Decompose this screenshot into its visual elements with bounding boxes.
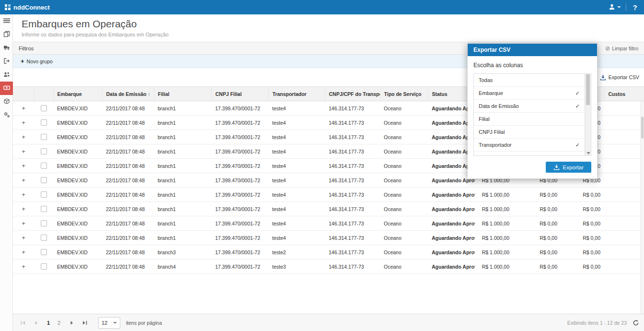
column-header[interactable]: Tipo de Serviço (380, 87, 428, 101)
table-cell: 146.314.177-73 (325, 101, 380, 116)
column-header[interactable]: CNPJ Filial (211, 87, 268, 101)
table-cell: EMBDEV.XID (53, 216, 102, 231)
row-checkbox[interactable] (41, 206, 47, 212)
row-checkbox[interactable] (41, 163, 47, 169)
row-expand-icon[interactable]: + (22, 162, 25, 169)
row-checkbox[interactable] (41, 235, 47, 241)
page-number[interactable]: 2 (54, 318, 64, 328)
table-row[interactable]: +EMBDEV.XID22/11/2017 08:48branch117.399… (13, 216, 644, 231)
table-cell: Oceano (380, 231, 428, 245)
table-row[interactable]: +EMBDEV.XID22/11/2017 08:48branch317.399… (13, 245, 644, 260)
vertical-scrollbar[interactable] (640, 101, 644, 314)
table-cell: teste4 (268, 159, 325, 173)
row-checkbox[interactable] (41, 263, 47, 270)
modal-column-option[interactable]: Embarque✓ (474, 87, 585, 100)
plus-icon: + (21, 58, 24, 65)
row-expand-icon[interactable]: + (22, 119, 25, 126)
sidebar-item-truck[interactable] (0, 41, 13, 55)
table-cell: 146.314.177-73 (325, 202, 380, 216)
option-label: Embarque (479, 90, 503, 96)
sidebar-item-billing[interactable] (0, 82, 13, 95)
column-header[interactable]: Filial (154, 87, 211, 101)
table-cell: 17.399.470/0001-72 (211, 101, 268, 116)
sidebar-item-users[interactable] (0, 68, 13, 82)
help-button[interactable]: ? (631, 3, 639, 12)
table-cell: 146.314.177-73 (325, 144, 380, 159)
table-row[interactable]: +EMBDEV.XID22/11/2017 08:48branch417.399… (13, 260, 644, 274)
column-header[interactable]: Data de Emissão↑ (102, 87, 154, 101)
modal-column-option[interactable]: Transportador✓ (474, 139, 585, 152)
row-expand-icon[interactable]: + (22, 220, 25, 227)
row-checkbox[interactable] (41, 134, 47, 140)
row-checkbox[interactable] (41, 191, 47, 198)
row-expand-icon[interactable]: + (22, 191, 25, 198)
sidebar-item-menu[interactable] (0, 14, 13, 28)
brand-name: nddConnect (13, 4, 50, 11)
modal-column-option[interactable]: CNPJ/CPF do Transportador✓ (474, 152, 585, 156)
modal-column-option[interactable]: CNPJ Filial (474, 126, 585, 139)
row-checkbox[interactable] (41, 249, 47, 255)
table-row[interactable]: +EMBDEV.XID22/11/2017 08:48branch117.399… (13, 202, 644, 216)
sidebar-item-settings[interactable] (0, 108, 13, 122)
row-checkbox[interactable] (41, 177, 47, 183)
table-cell: Aguardando Aprovação (428, 231, 475, 245)
table-cell: branch1 (154, 188, 211, 202)
logout-icon (3, 58, 10, 65)
app-logo[interactable]: nddConnect (5, 4, 50, 11)
table-cell: R$ 0,00 (561, 245, 604, 260)
table-cell: Oceano (380, 202, 428, 216)
row-checkbox[interactable] (41, 105, 47, 111)
scroll-down-icon[interactable] (586, 152, 590, 154)
page-number[interactable]: 1 (44, 318, 53, 328)
row-expand-icon[interactable]: + (22, 133, 25, 141)
modal-column-option[interactable]: Data de Emissão✓ (474, 100, 585, 113)
previous-page-button[interactable] (30, 318, 41, 328)
row-expand-icon[interactable]: + (22, 248, 25, 256)
row-checkbox[interactable] (41, 148, 47, 154)
modal-column-option[interactable]: Todas (474, 74, 585, 87)
table-cell: 17.399.470/0001-72 (211, 260, 268, 274)
clear-filter-button[interactable]: ⊘ Limpar filtro (605, 45, 638, 52)
new-group-label: Novo grupo (27, 59, 53, 64)
scrollbar-thumb[interactable] (641, 117, 644, 139)
table-row[interactable]: +EMBDEV.XID22/11/2017 08:48branch117.399… (13, 231, 644, 245)
modal-scrollbar-thumb[interactable] (586, 74, 590, 105)
sidebar-item-package[interactable] (0, 95, 13, 108)
page-size-select[interactable]: 12 (98, 317, 120, 329)
first-page-button[interactable] (18, 318, 28, 328)
next-page-button[interactable] (67, 318, 77, 328)
download-icon (600, 74, 606, 81)
export-button-label: Exportar (563, 165, 584, 170)
table-cell: R$ 0,00 (513, 260, 561, 274)
modal-column-option[interactable]: Filial (474, 113, 585, 126)
row-expand-icon[interactable]: + (22, 177, 25, 184)
column-header[interactable]: Custos (604, 87, 644, 101)
column-header[interactable]: Transportador (268, 87, 325, 101)
row-expand-icon[interactable]: + (22, 263, 25, 270)
row-checkbox[interactable] (41, 220, 47, 226)
table-cell: EMBDEV.XID (53, 245, 102, 260)
row-expand-icon[interactable]: + (22, 105, 25, 112)
table-cell: Aguardando Aprovação (428, 260, 475, 274)
sidebar-item-logout[interactable] (0, 55, 13, 68)
table-cell: teste3 (268, 260, 325, 274)
refresh-button[interactable] (632, 319, 639, 326)
row-checkbox[interactable] (41, 119, 47, 126)
last-page-button[interactable] (79, 318, 90, 328)
column-header[interactable]: Embarque (53, 87, 102, 101)
export-csv-button[interactable]: Exportar CSV (600, 74, 639, 81)
sidebar-item-documents[interactable] (0, 28, 13, 41)
table-cell: 17.399.470/0001-72 (211, 130, 268, 144)
table-cell: Aguardando Aprovação (428, 202, 475, 216)
table-cell: EMBDEV.XID (53, 260, 102, 274)
export-button[interactable]: Exportar (546, 162, 591, 173)
table-row[interactable]: +EMBDEV.XID22/11/2017 08:48branch117.399… (13, 188, 644, 202)
modal-scrollbar[interactable] (585, 73, 591, 156)
row-expand-icon[interactable]: + (22, 205, 25, 213)
option-label: Filial (479, 116, 490, 122)
row-expand-icon[interactable]: + (22, 148, 25, 155)
column-header[interactable]: CNPJ/CPF do Transportador (325, 87, 380, 101)
user-menu-button[interactable] (609, 3, 621, 11)
row-expand-icon[interactable]: + (22, 234, 25, 241)
table-cell: branch4 (154, 260, 211, 274)
